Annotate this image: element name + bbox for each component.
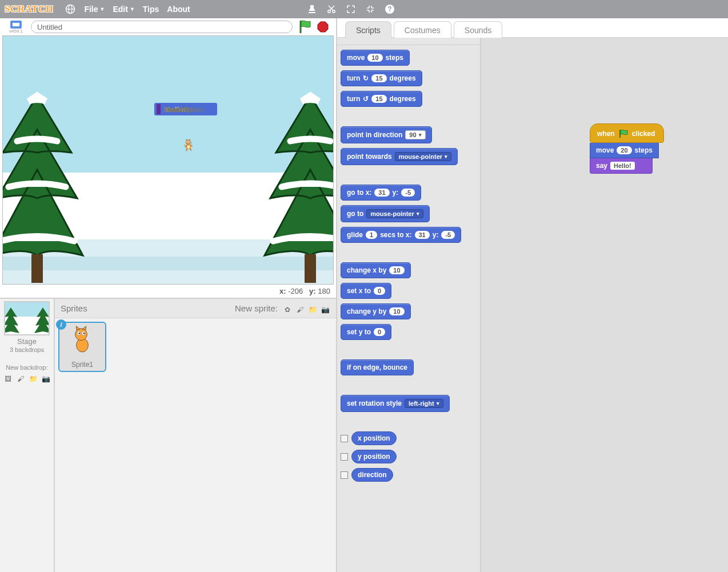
sprite-camera-icon[interactable]: 📷 — [320, 305, 330, 315]
svg-point-18 — [190, 142, 191, 143]
menu-about[interactable]: About — [167, 5, 190, 14]
block-change-x[interactable]: change x by10 — [341, 262, 411, 278]
checkbox-y-position[interactable] — [341, 453, 348, 461]
svg-point-16 — [189, 142, 190, 142]
script-workspace[interactable]: when clicked move20steps sayHello! — [481, 38, 728, 572]
checkbox-direction[interactable] — [341, 471, 348, 479]
category-label: More Blocks — [164, 105, 205, 114]
chevron-down-icon: ▼ — [130, 6, 135, 12]
svg-text:?: ? — [387, 5, 391, 13]
block-set-x[interactable]: set x to0 — [341, 283, 391, 299]
block-palette: MotionEventsLooksControlSoundSensingPenO… — [337, 38, 481, 572]
new-backdrop-label: New backdrop: — [6, 364, 47, 371]
block-when-flag-clicked[interactable]: when clicked — [590, 123, 664, 143]
block-point-direction[interactable]: point in direction90 — [341, 126, 432, 143]
mouse-coordinates: x: -206 y: 180 — [0, 285, 336, 298]
sprite-name: Sprite1 — [71, 361, 93, 369]
checkbox-x-position[interactable] — [341, 435, 348, 442]
block-point-towards[interactable]: point towardsmouse-pointer — [341, 148, 458, 165]
reporter-x-position[interactable]: x position — [351, 431, 397, 445]
tree-left — [2, 84, 89, 285]
block-bounce[interactable]: if on edge, bounce — [341, 359, 414, 375]
tab-costumes[interactable]: Costumes — [394, 21, 451, 38]
menu-tips[interactable]: Tips — [143, 5, 159, 14]
svg-point-23 — [79, 333, 80, 334]
block-goto[interactable]: go tomouse-pointer — [341, 205, 430, 222]
left-panel: v459.1 — [0, 18, 337, 572]
stage-thumbnail[interactable] — [4, 301, 50, 335]
sprite-upload-icon[interactable]: 📁 — [307, 305, 318, 315]
block-turn-cw[interactable]: turn↻15degrees — [341, 70, 422, 86]
script-stack[interactable]: when clicked move20steps sayHello! — [590, 123, 664, 174]
rotate-ccw-icon: ↺ — [363, 95, 369, 103]
svg-point-20 — [75, 329, 87, 341]
category-swatch — [157, 104, 161, 114]
globe-icon[interactable] — [65, 3, 76, 15]
fullscreen-button[interactable]: v459.1 — [3, 19, 29, 35]
scissors-icon[interactable] — [326, 3, 337, 15]
tree-right — [259, 84, 334, 285]
menu-bar: SCRATCH File▼ Edit▼ Tips About ? — [0, 0, 728, 18]
green-flag-icon — [618, 129, 629, 139]
block-set-y[interactable]: set y to0 — [341, 324, 391, 340]
project-title-input[interactable] — [31, 21, 293, 33]
block-move-steps[interactable]: move10steps — [341, 50, 410, 66]
help-icon[interactable]: ? — [384, 3, 395, 15]
stop-icon[interactable] — [317, 21, 329, 33]
version-label: v459.1 — [9, 29, 23, 34]
block-categories: MotionEventsLooksControlSoundSensingPenO… — [337, 38, 480, 45]
svg-rect-8 — [31, 254, 43, 283]
menu-edit[interactable]: Edit▼ — [113, 5, 134, 14]
paint-icon[interactable]: 🖌 — [15, 374, 26, 384]
sprite-thumbnail[interactable]: i Sprite1 — [58, 322, 106, 372]
sprite-paint-icon[interactable]: 🖌 — [295, 305, 305, 315]
stamp-icon[interactable] — [306, 3, 318, 15]
reporter-y-position[interactable]: y position — [351, 450, 397, 463]
sprite-info-button[interactable]: i — [56, 319, 66, 330]
tab-sounds[interactable]: Sounds — [454, 21, 502, 38]
library-icon[interactable]: 🖼 — [3, 374, 13, 384]
stage-selector-panel: Stage 3 backdrops New backdrop: 🖼 🖌 📁 📷 — [0, 299, 55, 572]
green-flag-icon[interactable] — [298, 19, 312, 34]
shrink-icon[interactable] — [365, 3, 376, 15]
block-rotation-style[interactable]: set rotation styleleft-right — [341, 395, 450, 412]
category-more-blocks[interactable]: More Blocks — [154, 103, 217, 115]
chevron-down-icon: ▼ — [100, 6, 105, 12]
backdrop-count: 3 backdrops — [10, 346, 44, 353]
svg-rect-9 — [305, 254, 316, 283]
grow-icon[interactable] — [345, 3, 357, 15]
tab-scripts[interactable]: Scripts — [345, 21, 391, 38]
rotate-cw-icon: ↻ — [363, 74, 369, 82]
block-change-y[interactable]: change y by10 — [341, 303, 411, 319]
sprite-library-icon[interactable]: ✿ — [282, 305, 293, 315]
svg-point-24 — [83, 333, 85, 334]
block-move-steps-script[interactable]: move20steps — [590, 143, 659, 158]
svg-marker-7 — [318, 22, 328, 32]
menu-file[interactable]: File▼ — [84, 5, 105, 14]
block-glide[interactable]: glide1secs to x:31y:-5 — [341, 227, 461, 243]
scratch-logo: SCRATCH — [5, 3, 53, 15]
new-sprite-label: New sprite: — [235, 303, 278, 313]
scratch-cat-sprite[interactable] — [157, 139, 220, 151]
upload-icon[interactable]: 📁 — [28, 374, 38, 384]
editor-tabs: Scripts Costumes Sounds — [337, 18, 728, 38]
block-goto-xy[interactable]: go to x:31y:-5 — [341, 185, 421, 201]
reporter-direction[interactable]: direction — [351, 468, 393, 482]
block-say-script[interactable]: sayHello! — [590, 158, 653, 174]
stage-label: Stage — [17, 337, 37, 346]
camera-icon[interactable]: 📷 — [41, 374, 51, 384]
sprites-header: Sprites — [61, 303, 87, 313]
stage-canvas[interactable] — [2, 35, 334, 285]
block-turn-ccw[interactable]: turn↺15degrees — [341, 91, 422, 107]
svg-point-15 — [187, 142, 187, 142]
